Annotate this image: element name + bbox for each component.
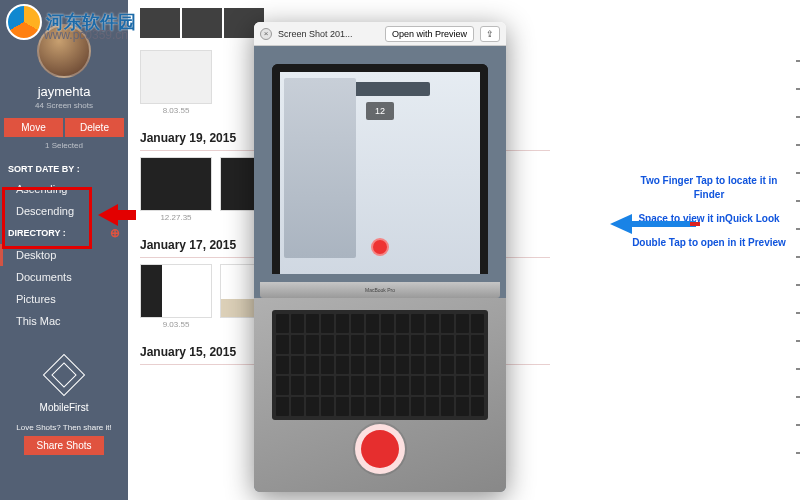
quicklook-image: 12 MacBook Pro xyxy=(254,46,506,492)
sidebar-item-pictures[interactable]: Pictures xyxy=(0,288,128,310)
mobilefirst-logo-icon xyxy=(43,354,85,396)
shot-count: 44 Screen shots xyxy=(0,101,128,110)
mobilefirst-label: MobileFirst xyxy=(0,402,128,413)
tip-finder: Two Finger Tap to locate it in Finder xyxy=(624,174,794,202)
right-edge-marks xyxy=(796,60,800,460)
delete-button[interactable]: Delete xyxy=(65,118,124,137)
record-icon xyxy=(371,238,389,256)
recording-topbar xyxy=(330,82,430,96)
watermark-icon xyxy=(6,4,42,40)
quicklook-titlebar: × Screen Shot 201... Open with Preview ⇪ xyxy=(254,22,506,46)
selection-count: 1 Selected xyxy=(0,141,128,150)
screenshot-thumb[interactable]: 12.27.35 xyxy=(140,157,212,222)
macbook-hinge-label: MacBook Pro xyxy=(260,282,500,298)
sidebar-item-documents[interactable]: Documents xyxy=(0,266,128,288)
thumb[interactable] xyxy=(140,8,180,38)
move-button[interactable]: Move xyxy=(4,118,63,137)
blue-arrow-icon xyxy=(610,214,632,234)
watermark-url: www.pc0359.cn xyxy=(44,28,128,42)
screenshot-thumb[interactable]: 8.03.55 xyxy=(140,50,212,115)
add-directory-icon[interactable]: ⊕ xyxy=(110,226,120,240)
sort-ascending[interactable]: Ascending xyxy=(0,178,128,200)
thumb[interactable] xyxy=(182,8,222,38)
sidebar-item-thismac[interactable]: This Mac xyxy=(0,310,128,332)
keyboard-keys xyxy=(272,310,488,420)
help-tips: Two Finger Tap to locate it in Finder Sp… xyxy=(624,174,794,260)
username: jaymehta xyxy=(0,84,128,99)
macbook-screen: 12 xyxy=(272,64,488,274)
screenshot-thumb[interactable]: 9.03.55 xyxy=(140,264,212,329)
annotation-arrow-icon xyxy=(98,204,118,226)
record-button-large-icon xyxy=(355,424,405,474)
share-icon[interactable]: ⇪ xyxy=(480,26,500,42)
countdown-badge: 12 xyxy=(366,102,394,120)
sidebar-item-desktop[interactable]: Desktop xyxy=(0,244,128,266)
open-with-preview-button[interactable]: Open with Preview xyxy=(385,26,474,42)
quicklook-window: × Screen Shot 201... Open with Preview ⇪… xyxy=(254,22,506,492)
share-prompt: Love Shots? Then share it! xyxy=(0,423,128,432)
share-shots-button[interactable]: Share Shots xyxy=(24,436,104,455)
tip-preview: Double Tap to open in it Preview xyxy=(624,236,794,250)
quicklook-title: Screen Shot 201... xyxy=(278,29,379,39)
quicklook-close-button[interactable]: × xyxy=(260,28,272,40)
macbook-keyboard xyxy=(254,298,506,492)
red-marker-icon xyxy=(690,222,700,226)
sidebar: jaymehta 44 Screen shots Move Delete 1 S… xyxy=(0,0,128,500)
sort-header: SORT DATE BY : xyxy=(0,160,128,178)
